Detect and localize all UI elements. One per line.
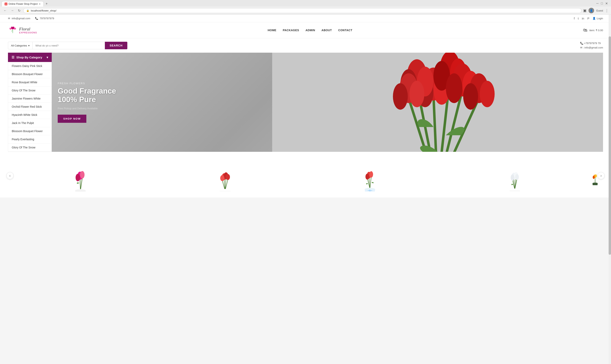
search-input[interactable] — [35, 44, 102, 47]
sidebar-item-10[interactable]: Glory Of The Snow — [8, 143, 52, 152]
svg-point-26 — [463, 83, 478, 110]
contact-info-right: 📞 +79797979 79 ✉ : info@gmail.com — [574, 41, 603, 50]
chevron-down-icon: ▾ — [28, 44, 30, 47]
nav-contact[interactable]: CONTACT — [338, 29, 352, 32]
nav-home[interactable]: HOME — [268, 29, 276, 32]
flower-svg-3 — [359, 162, 381, 192]
toolbar-icons: ▣ 👤 Guest ⋮ — [583, 8, 609, 13]
sidebar-item-8[interactable]: Blossom Bouquet Flower — [8, 127, 52, 135]
user-label: Guest — [596, 9, 603, 12]
svg-line-65 — [595, 177, 596, 183]
phone-info: 📞 +79797979 79 — [580, 41, 603, 46]
svg-point-60 — [511, 174, 514, 181]
nav-about[interactable]: ABOUT — [321, 29, 332, 32]
next-arrow[interactable]: › — [597, 172, 605, 179]
sidebar-item-5[interactable]: Orchid Flower Red Stick — [8, 103, 52, 111]
linkedin-icon[interactable]: in — [582, 17, 584, 20]
site-header: Floral Expressions HOME PACKAGES ADMIN A… — [0, 22, 611, 38]
product-flower-2 — [155, 160, 295, 192]
svg-point-27 — [480, 81, 495, 107]
logo-main: Floral — [19, 27, 37, 31]
login-icon: 👤 — [593, 17, 596, 20]
sidebar-item-7[interactable]: Jack In The Pulpit — [8, 119, 52, 127]
user-avatar[interactable]: 👤 — [588, 8, 594, 13]
hero-banner: FRESH FLOWERS Good Fragrance100% Pure Fr… — [52, 53, 603, 152]
svg-line-64 — [595, 178, 595, 183]
logo-text: Floral Expressions — [19, 27, 37, 34]
window-controls: ─ □ ✕ — [596, 1, 610, 6]
svg-point-67 — [593, 176, 595, 179]
main-nav: HOME PACKAGES ADMIN ABOUT CONTACT — [268, 29, 352, 32]
category-dropdown[interactable]: All Categories ▾ — [8, 42, 32, 49]
logo-sub: Expressions — [19, 31, 37, 34]
sidebar-item-2[interactable]: Rose Bouquet White — [8, 78, 52, 86]
sidebar-item-9[interactable]: Pearly Everlasting — [8, 135, 52, 143]
svg-point-29 — [393, 83, 408, 110]
chevron-right-icon: › — [600, 174, 602, 178]
sidebar-item-0[interactable]: Flowers Daisy Pink Stick — [8, 62, 52, 70]
minimize-icon[interactable]: ─ — [596, 1, 598, 5]
main-layout: ☰ Shop By Category ▾ Flowers Daisy Pink … — [0, 53, 611, 152]
top-bar-left: ✉ info@gmail.com 📞 7979797979 — [8, 17, 54, 20]
cart-text: item: ₹ 0.00 — [589, 29, 603, 32]
sidebar-item-4[interactable]: Jasmine Flowers White — [8, 95, 52, 103]
reload-button[interactable]: ↻ — [17, 8, 22, 13]
sidebar-item-1[interactable]: Blossom Bouquet Flower — [8, 70, 52, 78]
logo[interactable]: Floral Expressions — [8, 26, 37, 35]
restore-icon[interactable]: □ — [601, 1, 603, 5]
cart-area[interactable]: 🛍 item: ₹ 0.00 — [583, 28, 603, 33]
hero-subtitle: FRESH FLOWERS — [58, 82, 116, 85]
tab-close-button[interactable]: ✕ — [39, 3, 41, 5]
search-input-wrapper — [32, 42, 105, 49]
search-section: All Categories ▾ SEARCH 📞 +79797979 79 ✉… — [0, 38, 611, 53]
back-button[interactable]: ← — [2, 8, 8, 13]
login-link[interactable]: 👤 Login — [593, 17, 603, 20]
pinterest-icon[interactable]: P — [587, 17, 589, 20]
svg-line-31 — [80, 179, 80, 191]
phone-contact: 📞 7979797979 — [35, 17, 54, 20]
prev-arrow[interactable]: ‹ — [6, 172, 14, 179]
sidebar: ☰ Shop By Category ▾ Flowers Daisy Pink … — [8, 53, 52, 152]
sidebar-item-6[interactable]: Hyacinth White Stick — [8, 111, 52, 119]
facebook-icon[interactable]: f — [574, 17, 575, 20]
products-row: ‹ — [8, 158, 603, 194]
twitter-icon[interactable]: t — [578, 17, 579, 20]
new-tab-button[interactable]: + — [44, 2, 49, 6]
nav-admin[interactable]: ADMIN — [306, 29, 315, 32]
browser-tab[interactable]: M Online Flower Shop Project ✕ — [1, 1, 43, 7]
forward-button[interactable]: → — [10, 8, 15, 13]
hero-background: FRESH FLOWERS Good Fragrance100% Pure Fr… — [52, 53, 603, 152]
display-icon[interactable]: ▣ — [583, 8, 586, 13]
svg-point-68 — [595, 174, 597, 178]
hero-flower-image — [272, 53, 603, 152]
products-section: ‹ — [0, 152, 611, 197]
sidebar-header[interactable]: ☰ Shop By Category ▾ — [8, 53, 52, 62]
hero-title: Good Fragrance100% Pure — [58, 87, 116, 104]
svg-point-52 — [369, 171, 373, 178]
sidebar-item-3[interactable]: Glory Of The Snow — [8, 86, 52, 95]
flower-svg-1 — [69, 162, 92, 192]
scrollbar[interactable] — [609, 0, 611, 197]
browser-toolbar: ← → ↻ 🔒 localhost/flower_shop/ ▣ 👤 Guest… — [0, 7, 611, 14]
shop-now-button[interactable]: SHOP NOW — [58, 115, 86, 123]
hamburger-icon: ☰ — [12, 55, 14, 59]
search-button[interactable]: SEARCH — [105, 42, 127, 49]
svg-line-48 — [370, 177, 371, 189]
nav-packages[interactable]: PACKAGES — [283, 29, 299, 32]
cart-bag-icon[interactable]: 🛍 — [583, 28, 587, 33]
product-flower-3 — [300, 160, 440, 192]
browser-chrome: M Online Flower Shop Project ✕ + ─ □ ✕ ←… — [0, 0, 611, 15]
tab-title: Online Flower Shop Project — [9, 3, 38, 5]
svg-point-44 — [226, 174, 230, 180]
scrollbar-thumb[interactable] — [609, 36, 611, 197]
svg-point-62 — [515, 174, 519, 180]
close-icon[interactable]: ✕ — [605, 1, 608, 5]
svg-point-51 — [365, 174, 369, 180]
hero-content: FRESH FLOWERS Good Fragrance100% Pure Fr… — [52, 74, 122, 131]
chevron-left-icon: ‹ — [9, 174, 11, 178]
address-bar[interactable]: 🔒 localhost/flower_shop/ — [23, 8, 582, 13]
phone-icon: 📞 — [35, 17, 38, 20]
more-icon[interactable]: ⋮ — [605, 8, 609, 13]
mail-icon: ✉ — [8, 17, 10, 20]
product-card-4 — [442, 158, 587, 194]
